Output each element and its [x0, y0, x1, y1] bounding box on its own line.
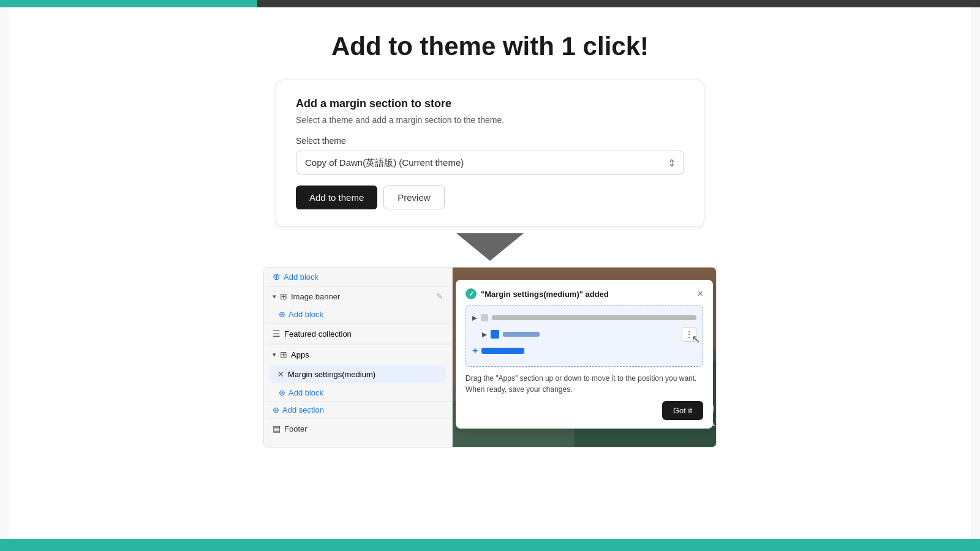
add-block-image-banner[interactable]: ⊕ Add block — [264, 306, 452, 323]
edit-icon[interactable]: ✎ — [436, 291, 443, 301]
popup-footer: Got it — [466, 401, 703, 420]
image-banner-left: ▾ ⊞ Image banner — [273, 291, 340, 301]
chevron-icon: ▾ — [273, 293, 276, 301]
popup-body-text: Drag the "Apps" section up or down to mo… — [466, 373, 703, 395]
featured-collection-label: Featured collection — [284, 329, 352, 339]
top-bar-teal — [0, 0, 257, 7]
grid-icon: ⊞ — [280, 291, 287, 301]
button-row: Add to theme Preview — [296, 186, 684, 209]
mini-plus-icon: + — [472, 345, 478, 356]
footer-item[interactable]: ▤ Footer — [264, 418, 452, 438]
apps-chevron-icon: ▾ — [273, 351, 276, 359]
add-section-label: Add section — [282, 405, 324, 414]
add-to-theme-button[interactable]: Add to theme — [296, 186, 377, 209]
plus-icon: ⊕ — [273, 271, 281, 282]
popup-header: ✓ "Margin settings(medium)" added × — [466, 288, 703, 299]
svg-marker-5 — [482, 332, 487, 337]
top-add-block[interactable]: ⊕ Add block — [264, 268, 452, 287]
theme-select[interactable]: Copy of Dawn(英語版) (Current theme) — [296, 151, 684, 174]
apps-grid-icon: ⊞ — [280, 350, 287, 359]
image-banner-label: Image banner — [291, 292, 340, 301]
mini-bar-gray-1 — [492, 315, 696, 320]
margin-settings-label: Margin settings(medium) — [288, 370, 375, 379]
add-block-1-label: Add block — [288, 310, 323, 319]
mini-row-1 — [472, 312, 696, 323]
mini-square-blue — [491, 330, 499, 339]
mini-box-gray — [481, 314, 488, 321]
add-block-2-label: Add block — [288, 388, 323, 397]
plus-circle-section-icon: ⊕ — [273, 405, 279, 414]
got-it-button[interactable]: Got it — [662, 401, 703, 420]
add-block-label-top: Add block — [284, 272, 318, 282]
mini-row-2: ⋮ ↖ — [472, 327, 696, 342]
list-icon: ☰ — [273, 329, 281, 339]
mini-row-3: + — [472, 345, 696, 356]
plus-circle-icon-2: ⊕ — [279, 388, 285, 397]
mini-bar-bottom — [481, 348, 524, 354]
apps-label: Apps — [291, 350, 309, 359]
store-preview-panel: UR ✓ "Margin settings(medium)" added × — [453, 268, 716, 447]
page-title: Add to theme with 1 click! — [331, 32, 649, 61]
down-arrow-icon — [456, 233, 524, 261]
preview-button[interactable]: Preview — [383, 186, 444, 209]
mini-triangle-1 — [472, 312, 477, 323]
card-title: Add a margin section to store — [296, 97, 684, 110]
add-section-item[interactable]: ⊕ Add section — [264, 401, 452, 418]
arrow-container — [456, 233, 524, 261]
margin-settings-item[interactable]: ✕ Margin settings(medium) — [270, 365, 446, 383]
bottom-bar — [0, 539, 980, 551]
popup-close-button[interactable]: × — [698, 289, 703, 299]
popup-title-text: "Margin settings(medium)" added — [481, 290, 609, 299]
footer-icon: ▤ — [273, 424, 281, 433]
image-banner-item[interactable]: ▾ ⊞ Image banner ✎ — [264, 287, 452, 306]
notification-popup: ✓ "Margin settings(medium)" added × — [456, 280, 713, 429]
top-bar-dark — [257, 0, 980, 7]
card-subtitle: Select a theme and add a margin section … — [296, 115, 684, 125]
mini-editor-widget: ⋮ ↖ + — [466, 305, 703, 367]
add-block-apps[interactable]: ⊕ Add block — [264, 384, 452, 401]
footer-label: Footer — [284, 424, 307, 433]
popup-title-row: ✓ "Margin settings(medium)" added — [466, 288, 609, 299]
mini-dots-button[interactable]: ⋮ ↖ — [682, 327, 696, 342]
featured-collection-item[interactable]: ☰ Featured collection — [264, 323, 452, 343]
add-to-theme-card: Add a margin section to store Select a t… — [276, 80, 704, 227]
theme-editor-sidebar: ⊕ Add block ▾ ⊞ Image banner ✎ ⊕ Add blo… — [264, 268, 453, 447]
apps-section: ▾ ⊞ Apps ✕ Margin settings(medium) ⊕ Add… — [264, 344, 452, 401]
main-content: Add to theme with 1 click! Add a margin … — [9, 7, 971, 539]
select-label: Select theme — [296, 136, 684, 146]
mini-bar-blue — [503, 332, 540, 337]
theme-select-wrapper[interactable]: Copy of Dawn(英語版) (Current theme) ⇕ — [296, 151, 684, 174]
bottom-section: ⊕ Add block ▾ ⊞ Image banner ✎ ⊕ Add blo… — [263, 267, 717, 448]
plus-circle-icon: ⊕ — [279, 310, 285, 319]
mini-triangle-2 — [482, 329, 487, 340]
check-circle-icon: ✓ — [466, 288, 477, 299]
preview-background: UR ✓ "Margin settings(medium)" added × — [453, 268, 716, 447]
cursor-icon: ↖ — [692, 332, 701, 346]
svg-marker-4 — [472, 316, 477, 321]
apps-header[interactable]: ▾ ⊞ Apps — [264, 345, 452, 364]
x-icon: ✕ — [277, 370, 284, 379]
